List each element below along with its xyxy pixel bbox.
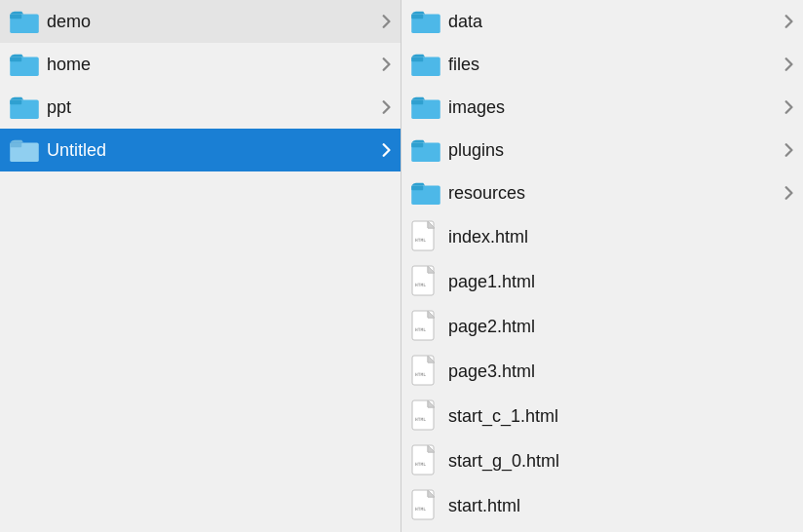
right-pane: data files images plugins resources HTML… (402, 0, 803, 532)
svg-rect-5 (10, 100, 21, 105)
svg-rect-1 (10, 15, 21, 19)
list-item-start-c-1-html[interactable]: HTML start_c_1.html (402, 394, 803, 438)
chevron-icon-images (782, 99, 793, 115)
item-label-untitled: Untitled (47, 140, 379, 161)
svg-text:HTML: HTML (415, 417, 426, 422)
svg-rect-15 (411, 143, 423, 148)
item-label-images: images (448, 97, 782, 118)
item-label-page3-html: page3.html (448, 361, 793, 382)
chevron-icon-resources (782, 185, 793, 201)
item-label-demo: demo (47, 12, 379, 32)
item-label-start-c-1-html: start_c_1.html (448, 406, 793, 427)
svg-rect-17 (411, 186, 423, 191)
list-item-page2-html[interactable]: HTML page2.html (402, 304, 803, 349)
svg-text:HTML: HTML (415, 327, 426, 332)
svg-text:HTML: HTML (415, 462, 426, 467)
list-item-start-html[interactable]: HTML start.html (402, 483, 803, 528)
list-item-untitled[interactable]: Untitled (0, 129, 401, 171)
left-pane: demo home ppt Untitled (0, 0, 402, 532)
item-label-page1-html: page1.html (448, 272, 793, 292)
chevron-icon-data (782, 14, 793, 29)
chevron-icon-files (782, 57, 793, 72)
list-item-images[interactable]: images (402, 86, 803, 129)
list-item-home[interactable]: home (0, 43, 401, 86)
list-item-resources[interactable]: resources (402, 171, 803, 214)
item-label-data: data (448, 12, 782, 32)
item-label-ppt: ppt (47, 97, 379, 118)
list-item-start-g-0-html[interactable]: HTML start_g_0.html (402, 438, 803, 483)
item-label-plugins: plugins (448, 140, 782, 161)
item-label-index-html: index.html (448, 227, 793, 247)
svg-rect-3 (10, 57, 21, 62)
svg-text:HTML: HTML (415, 238, 426, 243)
item-label-resources: resources (448, 183, 782, 204)
chevron-icon-plugins (782, 142, 793, 158)
list-item-data[interactable]: data (402, 0, 803, 43)
list-item-index-html[interactable]: HTML index.html (402, 214, 803, 259)
svg-rect-7 (10, 143, 21, 148)
svg-text:HTML: HTML (415, 283, 426, 287)
list-item-files[interactable]: files (402, 43, 803, 86)
svg-text:HTML: HTML (415, 507, 426, 512)
item-label-page2-html: page2.html (448, 317, 793, 337)
list-item-page3-html[interactable]: HTML page3.html (402, 349, 803, 394)
chevron-icon-demo (379, 14, 391, 29)
item-label-home: home (47, 55, 379, 75)
list-item-ppt[interactable]: ppt (0, 86, 401, 129)
item-label-start-g-0-html: start_g_0.html (448, 451, 793, 472)
svg-rect-13 (411, 100, 423, 105)
item-label-start-html: start.html (448, 496, 793, 516)
list-item-plugins[interactable]: plugins (402, 129, 803, 171)
svg-rect-11 (411, 57, 423, 62)
list-item-demo[interactable]: demo (0, 0, 401, 43)
list-item-page1-html[interactable]: HTML page1.html (402, 259, 803, 304)
svg-text:HTML: HTML (415, 372, 426, 377)
chevron-icon-home (379, 57, 391, 72)
svg-rect-9 (411, 15, 423, 19)
item-label-files: files (448, 55, 782, 75)
chevron-icon-ppt (379, 99, 391, 115)
chevron-icon-untitled (379, 142, 391, 158)
